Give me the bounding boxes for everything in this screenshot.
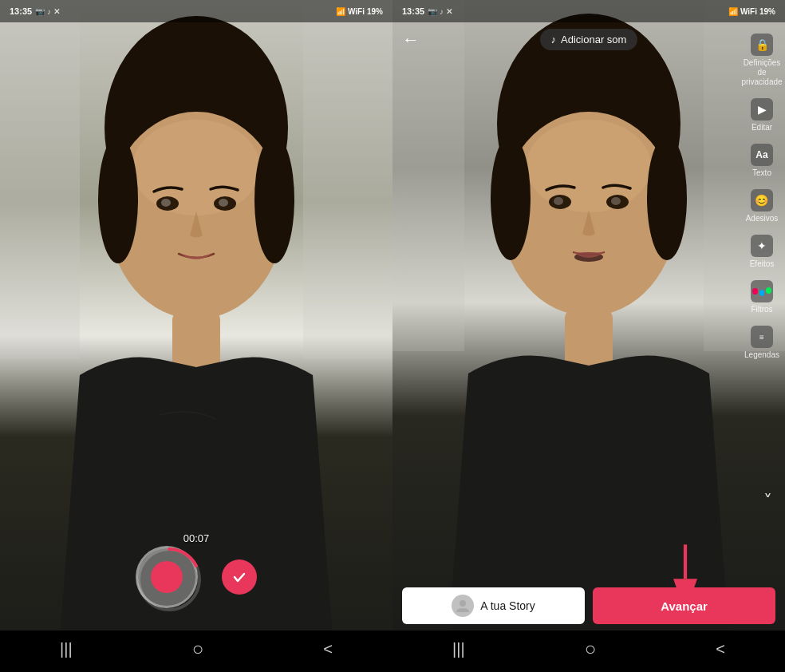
svg-point-16 (501, 112, 677, 316)
signal-icon: 📶 (336, 7, 345, 16)
svg-point-2 (108, 112, 284, 319)
music-icon: ♪ (551, 34, 557, 45)
home-nav-icon-right[interactable]: ○ (585, 638, 597, 660)
privacy-settings-tool[interactable]: 🔒 Definiçõesdeprivacidade (738, 29, 785, 92)
effects-icon: ✦ (751, 235, 773, 257)
stickers-tool[interactable]: 😊 Adesivos (743, 184, 782, 228)
status-right-right: 📶 WiFi 19% (728, 7, 775, 16)
menu-nav-icon-right[interactable]: ||| (452, 640, 465, 658)
privacy-label: Definiçõesdeprivacidade (741, 58, 782, 87)
add-sound-label: Adicionar som (561, 34, 626, 45)
back-button[interactable]: ← (402, 30, 420, 50)
effects-label: Efeitos (750, 259, 775, 269)
captions-icon: ≡ (751, 326, 773, 348)
svg-point-7 (219, 199, 228, 207)
svg-point-18 (549, 195, 571, 209)
captions-label: Legendas (744, 350, 779, 360)
signal-icon-right: 📶 (728, 7, 738, 16)
svg-point-22 (574, 252, 603, 262)
home-nav-icon[interactable]: ○ (192, 638, 204, 660)
status-right-left: 📶 WiFi 19% (336, 7, 383, 16)
red-arrow-indicator (665, 541, 705, 592)
svg-point-21 (611, 197, 621, 205)
stickers-label: Adesivos (746, 214, 779, 223)
status-icons-left: 📷 ♪ ✕ (35, 7, 60, 16)
story-button[interactable]: A tua Story (402, 587, 585, 624)
svg-point-10 (254, 136, 294, 263)
battery-left: 19% (367, 7, 383, 16)
filters-tool[interactable]: Filtros (748, 275, 776, 319)
effects-tool[interactable]: ✦ Efeitos (747, 230, 778, 274)
lock-icon: 🔒 (751, 34, 773, 56)
svg-point-4 (156, 196, 179, 211)
status-icons-right: 📷 ♪ ✕ (428, 7, 452, 16)
status-bar-left: 13:35 📷 ♪ ✕ 📶 WiFi 19% (0, 0, 392, 22)
captions-tool[interactable]: ≡ Legendas (741, 321, 783, 365)
avancar-label: Avançar (661, 599, 708, 613)
filters-label: Filtros (751, 305, 772, 314)
text-label: Texto (752, 168, 771, 178)
svg-point-19 (606, 195, 629, 209)
svg-point-1 (105, 16, 288, 239)
svg-rect-23 (565, 310, 613, 375)
confirm-button[interactable] (222, 559, 257, 595)
svg-point-25 (647, 136, 687, 260)
text-tool[interactable]: Aa Texto (748, 139, 776, 183)
svg-point-5 (214, 196, 236, 211)
wifi-icon: WiFi (348, 7, 365, 16)
text-icon: Aa (751, 144, 773, 166)
stickers-icon: 😊 (751, 189, 773, 211)
avancar-button[interactable]: Avançar (593, 587, 775, 624)
svg-point-17 (527, 120, 651, 212)
menu-nav-icon[interactable]: ||| (60, 640, 73, 658)
svg-point-24 (491, 136, 531, 260)
record-button[interactable] (136, 546, 198, 608)
filters-icon (751, 280, 773, 302)
story-button-label: A tua Story (480, 599, 535, 612)
time-left: 13:35 (10, 6, 32, 16)
story-avatar (452, 595, 474, 617)
camera-background-right (392, 0, 785, 672)
status-left: 13:35 📷 ♪ ✕ (10, 6, 60, 16)
record-controls (0, 546, 392, 608)
right-phone-screen: 13:35 📷 ♪ ✕ 📶 WiFi 19% ← ♪ Adicionar som… (392, 0, 785, 672)
back-nav-icon[interactable]: < (323, 640, 333, 658)
svg-point-6 (161, 199, 171, 207)
back-nav-icon-right[interactable]: < (716, 640, 725, 658)
chevron-down-icon[interactable]: ˅ (763, 492, 772, 512)
battery-right: 19% (759, 7, 775, 16)
edit-label: Editar (751, 123, 772, 132)
right-sidebar: 🔒 Definiçõesdeprivacidade ▶ Editar Aa Te… (739, 22, 785, 365)
wifi-icon-right: WiFi (740, 7, 757, 16)
svg-rect-11 (0, 0, 80, 359)
left-phone-screen: 13:35 📷 ♪ ✕ 📶 WiFi 19% 00:07 ||| (0, 0, 392, 672)
status-left-right: 13:35 📷 ♪ ✕ (402, 6, 452, 16)
svg-point-9 (98, 136, 138, 263)
time-right: 13:35 (402, 6, 424, 16)
bottom-action-bar: A tua Story Avançar (392, 581, 785, 630)
edit-icon: ▶ (751, 98, 773, 121)
status-bar-right: 13:35 📷 ♪ ✕ 📶 WiFi 19% (392, 0, 785, 22)
nav-bar-left: ||| ○ < (0, 630, 392, 672)
svg-rect-12 (303, 0, 392, 359)
top-controls: ← ♪ Adicionar som (392, 22, 785, 57)
nav-bar-right: ||| ○ < (392, 630, 785, 672)
svg-point-20 (554, 197, 563, 205)
svg-point-30 (460, 600, 466, 607)
svg-rect-8 (172, 311, 220, 375)
add-sound-button[interactable]: ♪ Adicionar som (540, 29, 638, 50)
edit-tool[interactable]: ▶ Editar (748, 93, 776, 137)
svg-point-3 (132, 120, 260, 215)
recording-timer: 00:07 (183, 532, 210, 544)
